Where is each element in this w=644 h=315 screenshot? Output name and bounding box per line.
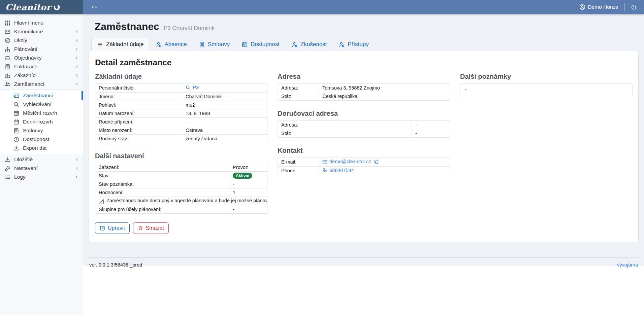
action-buttons: Upravit Smazat <box>95 222 267 234</box>
row-value: Charvát Dominik <box>182 92 267 101</box>
mail-at-icon <box>322 159 327 164</box>
table-row: Stát: Česká republika <box>278 92 450 101</box>
tab-absence[interactable]: Absence <box>150 38 193 51</box>
sidebar-subitem-zamestnanci[interactable]: Zaměstnanci <box>0 91 83 100</box>
row-label: Místo narození: <box>95 126 182 134</box>
chevron-left-icon <box>75 38 79 42</box>
app-logo[interactable]: Cleanitor <box>0 0 83 14</box>
tab-label: Absence <box>165 41 187 48</box>
row-value: - <box>229 180 267 188</box>
tab-pristupy[interactable]: Přístupy <box>333 38 375 51</box>
sidebar-item-label: Plánování <box>14 46 37 52</box>
row-value: 13. 8. 1988 <box>182 109 267 117</box>
person-key-icon <box>339 42 345 47</box>
email-link[interactable]: demo@cleanitor.cz <box>322 159 371 164</box>
row-label: Adresa: <box>278 121 412 129</box>
row-label: Phone: <box>278 166 319 175</box>
sidebar-item-nastaveni[interactable]: Nastavení <box>0 164 83 173</box>
detail-card: Detail zaměstnance Základní údaje Person… <box>89 51 639 242</box>
cleanitor-swirl-icon <box>53 4 60 11</box>
table-row: E-mail: demo@cleanitor.cz <box>278 158 450 167</box>
sidebar-subitem-denni-rozvrh[interactable]: Denní rozvrh <box>0 117 83 126</box>
section-heading-delivery: Doručovací adresa <box>278 110 450 117</box>
delete-button[interactable]: Smazat <box>133 222 169 234</box>
sidebar-item-hlavni-menu[interactable]: Hlavní menu <box>0 19 83 27</box>
arrows-horizontal-icon <box>91 4 97 10</box>
sidebar-item-label: Úložiště <box>14 156 33 163</box>
building-icon <box>5 73 10 78</box>
app-logo-text: Cleanitor <box>5 2 51 12</box>
table-row: Personální číslo: P3 <box>95 84 267 93</box>
sidebar-subitem-vyhledavani[interactable]: Vyhledávání <box>0 100 83 109</box>
table-row: Zaměstnanec bude dostupný v agendě pláno… <box>95 197 267 205</box>
table-row: Stav poznámka: - <box>95 180 267 188</box>
sidebar-item-logy[interactable]: Logy <box>0 173 83 181</box>
phone-link[interactable]: 608407544 <box>322 168 354 173</box>
file-text-icon <box>5 64 10 70</box>
sidebar-item-ukoly[interactable]: Úkoly <box>0 36 83 45</box>
calendar-icon <box>13 119 19 125</box>
copy-email-button[interactable] <box>374 159 379 164</box>
sidebar-item-uloziste[interactable]: Úložiště <box>0 155 83 164</box>
table-row: Adresa: - <box>278 121 450 129</box>
mail-icon <box>5 29 10 35</box>
sidebar-subitem-label: Denní rozvrh <box>23 119 53 125</box>
sidebar-item-label: Komunikace <box>14 29 43 35</box>
column-notes: Další poznámky - <box>460 73 633 97</box>
sidebar-item-komunikace[interactable]: Komunikace <box>0 27 83 36</box>
download-icon <box>13 145 19 151</box>
table-row: Zařazení: Provoz <box>95 163 267 171</box>
row-label: Datum narození: <box>95 109 182 117</box>
chevron-left-icon <box>75 73 79 77</box>
topbar-right: Demo Honza <box>579 3 644 11</box>
tab-label: Zkušenost <box>300 41 327 48</box>
search-icon <box>186 85 191 90</box>
row-label: Stav: <box>95 171 229 180</box>
row-label: Pohlaví: <box>95 101 182 109</box>
sidebar-collapse-button[interactable] <box>91 4 97 10</box>
tab-smlouvy[interactable]: Smlouvy <box>193 38 236 51</box>
download-tray-icon <box>5 157 10 163</box>
table-row: Phone: 608407544 <box>278 166 450 175</box>
sidebar-subitem-label: Měsíční rozvrh <box>23 110 57 116</box>
tab-zkusenost[interactable]: Zkušenost <box>286 38 333 51</box>
sidebar-subitem-dostupnost[interactable]: Dostupnost <box>0 135 83 144</box>
logout-button[interactable] <box>631 4 637 10</box>
sidebar-subitem-export-dat[interactable]: Export dat <box>0 144 83 152</box>
file-text-icon <box>199 42 205 47</box>
employee-number-link[interactable]: P3 <box>186 85 199 90</box>
edit-button[interactable]: Upravit <box>95 222 130 234</box>
box-icon <box>5 55 10 61</box>
row-value: Česká republika <box>319 92 450 101</box>
chevron-left-icon <box>75 30 79 34</box>
clock-icon <box>13 137 19 142</box>
sidebar-item-label: Hlavní menu <box>14 20 43 26</box>
row-value: Provoz <box>229 163 267 171</box>
address-table: Adresa: Tomsova 3, 95862 Znojmo Stát: Če… <box>278 83 450 101</box>
power-icon <box>631 4 637 10</box>
sidebar-item-label: Objednávky <box>14 55 42 61</box>
sidebar-item-objednavky[interactable]: Objednávky <box>0 54 83 62</box>
check-circle-icon <box>5 38 10 43</box>
developer-link[interactable]: vývojárna <box>617 262 638 268</box>
tab-zakladni-udaje[interactable]: Základní údaje <box>91 38 150 51</box>
table-row: Rodné příjmení: - <box>95 117 267 126</box>
sidebar-item-fakturace[interactable]: Fakturace <box>0 62 83 71</box>
row-value: - <box>229 205 267 213</box>
sidebar-item-zamestnanci[interactable]: Zaměstnanci <box>0 80 83 89</box>
sidebar-subitem-label: Vyhledávání <box>23 101 52 107</box>
sidebar-item-zakaznici[interactable]: Zákazníci <box>0 71 83 80</box>
tab-dostupnost[interactable]: Dostupnost <box>236 38 286 51</box>
sidebar-item-planovani[interactable]: Plánování <box>0 45 83 54</box>
version-text: ver. 0.0.1:3f58436f_prod <box>89 262 142 268</box>
sidebar-subitem-mesicni-rozvrh[interactable]: Měsíční rozvrh <box>0 109 83 117</box>
sidebar-item-label: Zákazníci <box>14 72 36 78</box>
table-row: Místo narození: Ostrava <box>95 126 267 134</box>
person-gear-icon <box>292 42 297 47</box>
table-row: Rodinný stav: ženatý / vdaná <box>95 134 267 143</box>
planning-available-checkbox[interactable] <box>99 199 104 204</box>
user-menu[interactable]: Demo Honza <box>579 4 618 10</box>
column-address: Adresa Adresa: Tomsova 3, 95862 Znojmo S… <box>278 73 450 175</box>
row-label: Hodnocení: <box>95 188 229 197</box>
sidebar-subitem-smlouvy[interactable]: Smlouvy <box>0 126 83 135</box>
